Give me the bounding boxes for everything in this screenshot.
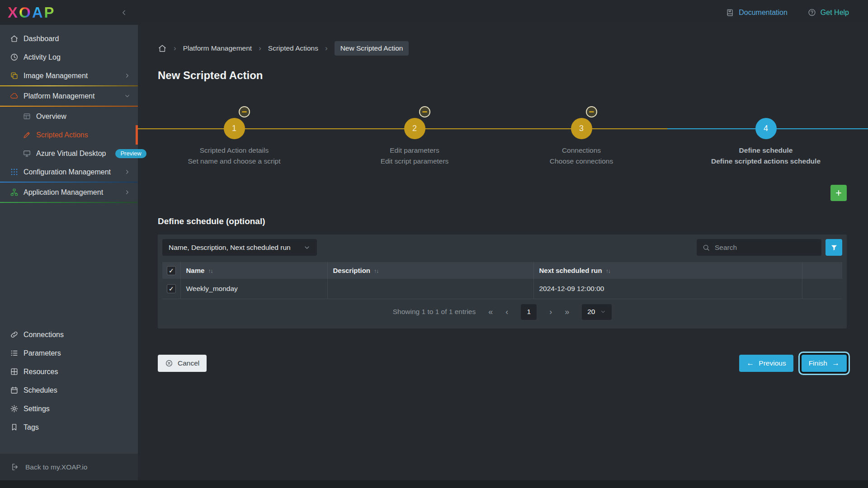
chevron-right-icon (124, 169, 131, 175)
cell-next-scheduled-run: 2024-12-09 12:00:00 (533, 279, 802, 299)
sort-icon[interactable]: ↑↓ (374, 268, 378, 274)
sort-icon[interactable]: ↑↓ (208, 268, 212, 274)
sidebar-item-label: Configuration Management (24, 168, 111, 176)
column-selector-value: Name, Description, Next scheduled run (169, 244, 291, 252)
sidebar-item-label: Tags (24, 423, 39, 432)
finish-button[interactable]: Finish → (802, 355, 847, 372)
sidebar-item-tags[interactable]: Tags (0, 418, 138, 436)
step-1-remove-minus-icon[interactable] (239, 106, 250, 117)
breadcrumb-item-scripted-actions[interactable]: Scripted Actions (268, 44, 318, 52)
sidebar-item-scripted-actions[interactable]: Scripted Actions (0, 126, 138, 144)
arrow-left-icon: ← (746, 359, 754, 367)
sidebar-item-parameters[interactable]: Parameters (0, 344, 138, 362)
pagination: Showing 1 to 1 of 1 entries « ‹ 1 › » 20 (162, 299, 842, 324)
dots-grid-icon (10, 168, 19, 176)
step-3-circle[interactable]: 3 (571, 118, 592, 139)
sidebar-item-connections[interactable]: Connections (0, 325, 138, 344)
sidebar-item-settings[interactable]: Settings (0, 399, 138, 418)
sidebar-item-label: Schedules (24, 386, 57, 394)
sitemap-icon (10, 188, 19, 197)
bookmark-icon (10, 423, 19, 432)
column-selector-dropdown[interactable]: Name, Description, Next scheduled run (162, 239, 317, 256)
column-header-description[interactable]: Description↑↓ (327, 262, 533, 279)
topbar: XOAP Documentation Get Help (0, 0, 868, 25)
cancel-button[interactable]: Cancel (158, 355, 207, 372)
preview-badge: Preview (115, 149, 146, 158)
add-schedule-button[interactable]: + (830, 185, 847, 201)
column-header-empty (802, 262, 842, 279)
sidebar-item-platform-management[interactable]: Platform Management (0, 87, 138, 105)
cloud-icon (10, 92, 19, 100)
sidebar-item-application-management[interactable]: Application Management (0, 183, 138, 202)
app-logo: XOAP (8, 4, 56, 21)
sidebar-item-schedules[interactable]: Schedules (0, 381, 138, 399)
breadcrumb-item-platform-management[interactable]: Platform Management (183, 44, 252, 52)
column-header-label: Name (186, 267, 205, 274)
breadcrumb-item-new-scripted-action: New Scripted Action (335, 41, 409, 56)
home-icon[interactable] (158, 44, 167, 53)
row-checkbox[interactable]: ✓ (167, 284, 176, 293)
step-2-remove-minus-icon[interactable] (419, 106, 430, 117)
column-header-name[interactable]: Name↑↓ (180, 262, 327, 279)
list-icon (10, 349, 19, 357)
last-page-button[interactable]: » (565, 307, 569, 317)
copy-icon (10, 71, 19, 80)
previous-button[interactable]: ← Previous (739, 355, 793, 372)
step-1-labels: Scripted Action detailsSet name and choo… (138, 145, 334, 167)
calendar-icon (10, 386, 19, 394)
clock-icon (10, 53, 19, 61)
sort-icon[interactable]: ↑↓ (606, 268, 610, 274)
sidebar-item-overview[interactable]: Overview (0, 107, 138, 126)
plus-icon: + (835, 188, 841, 198)
search-box (697, 239, 821, 256)
sidebar-item-label: Settings (24, 405, 50, 413)
previous-label: Previous (759, 359, 786, 367)
step-2-circle[interactable]: 2 (404, 118, 425, 139)
current-page-indicator[interactable]: 1 (521, 304, 537, 320)
sidebar-header: XOAP (0, 0, 138, 25)
cell-empty (802, 279, 842, 299)
pencil-icon (23, 131, 31, 139)
sidebar-spacer (0, 203, 138, 325)
documentation-link[interactable]: Documentation (726, 8, 788, 17)
section-title: Define schedule (optional) (158, 216, 847, 226)
page-title: New Scripted Action (158, 69, 847, 82)
chevron-right-icon (124, 189, 131, 196)
step-3-remove-minus-icon[interactable] (586, 106, 597, 117)
breadcrumb-separator: › (325, 44, 328, 53)
finish-label: Finish (809, 359, 827, 367)
sidebar-item-azure-virtual-desktop[interactable]: Azure Virtual DesktopPreview (0, 144, 138, 163)
page-size-select[interactable]: 20 (582, 304, 612, 320)
sidebar-item-resources[interactable]: Resources (0, 362, 138, 381)
filter-button[interactable] (826, 239, 842, 256)
topbar-links: Documentation Get Help (726, 0, 868, 25)
get-help-link[interactable]: Get Help (807, 8, 849, 17)
step-title: Define schedule (666, 145, 865, 156)
back-to-xoap-link[interactable]: Back to my.XOAP.io (0, 454, 138, 480)
table-row[interactable]: ✓Weekly_monday2024-12-09 12:00:00 (162, 279, 842, 299)
step-subtitle: Define scripted actions schedule (666, 156, 865, 167)
sidebar-item-image-management[interactable]: Image Management (0, 66, 138, 85)
sidebar-item-dashboard[interactable]: Dashboard (0, 29, 138, 48)
chevron-down-icon (600, 309, 606, 315)
schedule-panel: Name, Description, Next scheduled run ✓N… (158, 235, 847, 328)
previous-page-button[interactable]: ‹ (505, 307, 508, 317)
sidebar-collapse-icon[interactable] (120, 9, 128, 17)
cell-description (327, 279, 533, 299)
select-all-checkbox[interactable]: ✓ (167, 266, 176, 275)
column-header-label: Description (333, 267, 371, 274)
circle-x-icon (165, 359, 173, 367)
column-header-next-scheduled-run[interactable]: Next scheduled run↑↓ (533, 262, 802, 279)
help-icon (807, 8, 816, 17)
step-1-circle[interactable]: 1 (224, 118, 245, 139)
sidebar-item-label: Connections (24, 331, 64, 339)
search-input[interactable] (715, 244, 816, 252)
next-page-button[interactable]: › (549, 307, 552, 317)
step-4-labels: Define scheduleDefine scripted actions s… (666, 145, 865, 167)
sidebar-item-activity-log[interactable]: Activity Log (0, 48, 138, 66)
sidebar-item-configuration-management[interactable]: Configuration Management (0, 163, 138, 181)
step-4-circle[interactable]: 4 (755, 118, 777, 139)
filter-icon (830, 244, 838, 252)
main-content: ›Platform Management›Scripted Actions›Ne… (138, 25, 868, 480)
first-page-button[interactable]: « (488, 307, 493, 317)
